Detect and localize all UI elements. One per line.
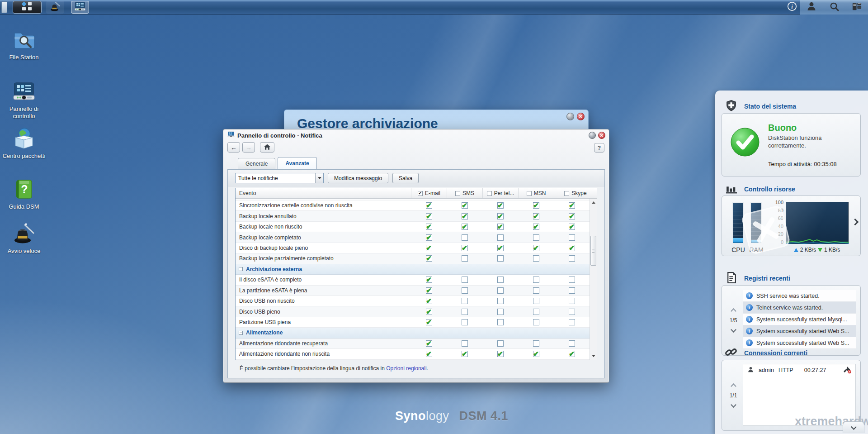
table-row[interactable]: Backup locale parzialmente completato xyxy=(236,253,590,264)
scroll-up-arrow[interactable] xyxy=(590,199,597,206)
notification-checkbox[interactable] xyxy=(569,234,575,241)
notification-checkbox[interactable] xyxy=(497,287,504,294)
notification-checkbox[interactable] xyxy=(569,340,575,347)
notification-checkbox[interactable] xyxy=(533,234,539,241)
notification-checkbox[interactable] xyxy=(462,298,468,304)
close-icon[interactable]: ✕ xyxy=(598,132,605,139)
notification-checkbox[interactable] xyxy=(426,351,432,357)
notification-checkbox[interactable] xyxy=(426,224,432,230)
connection-row[interactable]: admin HTTP 00:27:27 xyxy=(743,364,855,376)
notification-checkbox[interactable] xyxy=(497,298,504,304)
logs-page-down-icon[interactable] xyxy=(731,327,736,333)
section-header-row[interactable]: Archiviazione esterna xyxy=(236,264,590,275)
notification-checkbox[interactable] xyxy=(569,255,575,262)
notification-checkbox[interactable] xyxy=(569,298,575,304)
notification-checkbox[interactable] xyxy=(533,287,539,294)
notification-checkbox[interactable] xyxy=(533,245,539,251)
notification-checkbox[interactable] xyxy=(462,319,468,325)
collapse-icon[interactable] xyxy=(239,331,243,335)
notification-checkbox[interactable] xyxy=(533,202,539,209)
notification-checkbox[interactable] xyxy=(426,298,432,304)
notification-checkbox[interactable] xyxy=(569,309,575,315)
notification-checkbox[interactable] xyxy=(533,351,539,357)
widget-panel-button[interactable] xyxy=(845,0,868,14)
notification-checkbox[interactable] xyxy=(497,277,504,283)
close-icon[interactable]: ✕ xyxy=(577,113,585,120)
save-button[interactable]: Salva xyxy=(392,173,419,183)
notification-checkbox[interactable] xyxy=(462,309,468,315)
notification-checkbox[interactable] xyxy=(426,319,432,325)
user-menu-button[interactable] xyxy=(800,0,823,14)
notification-checkbox[interactable] xyxy=(426,245,432,251)
notification-checkbox[interactable] xyxy=(462,234,468,241)
desktop-icon-guida-dsm[interactable]: ?Guida DSM xyxy=(0,177,48,210)
control-panel-taskbar-button[interactable] xyxy=(71,1,89,14)
notification-checkbox[interactable] xyxy=(569,245,575,251)
notification-checkbox[interactable] xyxy=(533,319,539,325)
table-row[interactable]: Backup locale annullato xyxy=(236,211,590,221)
help-button[interactable]: ? xyxy=(594,143,604,153)
desktop-icon-pannello-di-controllo[interactable]: Pannello di controllo xyxy=(0,80,48,120)
info-button[interactable]: i xyxy=(784,0,800,14)
notification-checkbox[interactable] xyxy=(462,277,468,283)
notification-checkbox[interactable] xyxy=(533,340,539,347)
quick-start-taskbar-button[interactable] xyxy=(46,1,64,14)
column-checkbox[interactable] xyxy=(418,191,423,196)
table-row[interactable]: Alimentazione ridondante non riuscita xyxy=(236,349,590,359)
column-checkbox[interactable] xyxy=(527,191,532,196)
notification-checkbox[interactable] xyxy=(426,340,432,347)
notification-checkbox[interactable] xyxy=(462,340,468,347)
home-button[interactable] xyxy=(260,142,274,153)
notification-checkbox[interactable] xyxy=(533,213,539,219)
minimize-button[interactable] xyxy=(566,113,574,120)
notification-checkbox[interactable] xyxy=(569,224,575,230)
notification-checkbox[interactable] xyxy=(462,255,468,262)
notification-checkbox[interactable] xyxy=(497,309,504,315)
column-header-skype[interactable]: Skype xyxy=(554,188,597,198)
notification-checkbox[interactable] xyxy=(533,298,539,304)
table-row[interactable]: Backup locale completato xyxy=(236,232,590,243)
notification-checkbox[interactable] xyxy=(497,340,504,347)
section-header-row[interactable]: Alimentazione xyxy=(236,328,590,338)
notification-checkbox[interactable] xyxy=(533,255,539,262)
tab-generale[interactable]: Generale xyxy=(238,158,275,169)
scroll-down-arrow[interactable] xyxy=(590,353,597,359)
notification-checkbox[interactable] xyxy=(497,234,504,241)
notification-checkbox[interactable] xyxy=(462,245,468,251)
show-desktop-button[interactable] xyxy=(1,1,7,13)
minimize-button[interactable] xyxy=(589,132,596,139)
column-header-sms[interactable]: SMS xyxy=(447,188,482,198)
notification-checkbox[interactable] xyxy=(497,245,504,251)
log-entry[interactable]: iTelnet service was started. xyxy=(743,302,856,314)
table-row[interactable]: Il disco eSATA è completo xyxy=(236,275,590,285)
notification-checkbox[interactable] xyxy=(533,277,539,283)
notification-checkbox[interactable] xyxy=(497,351,504,357)
column-checkbox[interactable] xyxy=(564,191,569,196)
notification-checkbox[interactable] xyxy=(533,224,539,230)
table-row[interactable]: Disco USB pieno xyxy=(236,306,590,317)
table-scrollbar[interactable] xyxy=(590,199,597,360)
table-row[interactable]: Alimentazione ridondante recuperata xyxy=(236,339,590,349)
notification-checkbox[interactable] xyxy=(462,202,468,209)
desktop-icon-file-station[interactable]: File Station xyxy=(0,28,48,61)
notification-checkbox[interactable] xyxy=(426,213,432,219)
notification-checkbox[interactable] xyxy=(497,213,504,219)
column-header-email[interactable]: E-mail xyxy=(411,188,447,198)
sidebar-collapse-button[interactable] xyxy=(843,421,864,433)
table-row[interactable]: Disco di backup locale pieno xyxy=(236,243,590,253)
notification-checkbox[interactable] xyxy=(569,319,575,325)
log-entry[interactable]: iSystem successfully started Web S... xyxy=(743,325,856,337)
column-header-msn[interactable]: MSN xyxy=(518,188,554,198)
notification-checkbox[interactable] xyxy=(426,234,432,241)
regional-options-link[interactable]: Opzioni regionali xyxy=(386,365,426,372)
table-row[interactable]: Disco USB non riuscito xyxy=(236,296,590,306)
notification-checkbox[interactable] xyxy=(462,224,468,230)
notification-checkbox[interactable] xyxy=(462,213,468,219)
main-menu-button[interactable] xyxy=(13,1,42,14)
collapse-icon[interactable] xyxy=(239,267,243,271)
desktop-icon-centro-pacchetti[interactable]: Centro pacchetti xyxy=(0,127,48,160)
select-arrow[interactable] xyxy=(315,173,323,183)
log-entry[interactable]: iSystem successfully started Mysql... xyxy=(743,314,856,325)
notification-checkbox[interactable] xyxy=(426,255,432,262)
connections-page-down-icon[interactable] xyxy=(731,402,736,408)
